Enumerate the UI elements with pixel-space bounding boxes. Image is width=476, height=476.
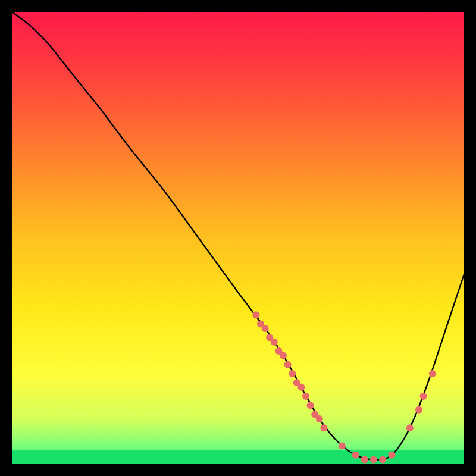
- highlight-dot: [284, 361, 292, 368]
- highlight-dot: [316, 415, 323, 422]
- highlight-dot: [420, 393, 427, 400]
- highlight-dot: [406, 424, 414, 431]
- highlight-dot: [370, 456, 377, 463]
- bottleneck-chart: [12, 12, 464, 464]
- chart-frame: TheBottleneck.com: [12, 12, 464, 464]
- gradient-background: [12, 12, 464, 464]
- highlight-dot: [307, 402, 314, 409]
- highlight-dot: [339, 443, 346, 450]
- highlight-dot: [379, 456, 386, 463]
- highlight-dot: [252, 311, 259, 318]
- highlight-dot: [280, 352, 287, 359]
- highlight-dot: [320, 424, 327, 431]
- baseline-band: [12, 450, 464, 464]
- highlight-dot: [415, 406, 422, 414]
- highlight-dot: [298, 384, 305, 391]
- highlight-dot: [429, 370, 436, 377]
- highlight-dot: [388, 452, 395, 459]
- highlight-dot: [361, 456, 368, 463]
- highlight-dot: [302, 393, 309, 400]
- highlight-dot: [271, 339, 278, 346]
- highlight-dot: [352, 452, 359, 459]
- highlight-dot: [289, 370, 296, 377]
- highlight-dot: [262, 325, 269, 332]
